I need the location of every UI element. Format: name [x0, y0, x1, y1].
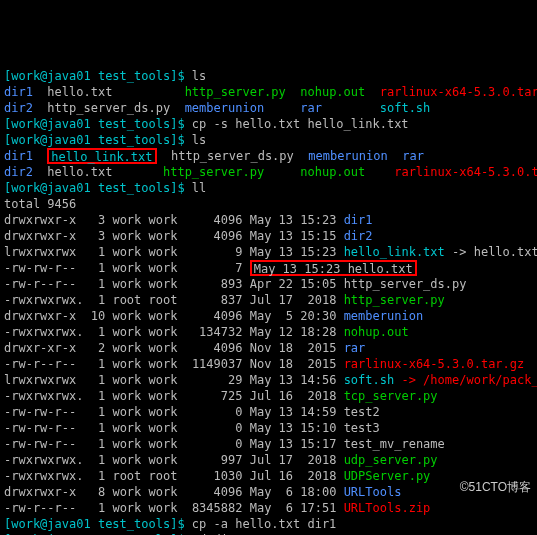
highlight-box: May 13 15:23 hello.txt [250, 260, 417, 276]
prompt-dir: test_tools]$ [98, 133, 192, 147]
prompt-dir: test_tools]$ [98, 181, 192, 195]
cmd: ls [192, 69, 206, 83]
terminal-output[interactable]: [work@java01 test_tools]$ ls dir1 hello.… [4, 68, 533, 535]
watermark: ©51CTO博客 [460, 479, 531, 495]
prompt-host: [work@java01 [4, 133, 98, 147]
cmd: cp -s hello.txt hello_link.txt [192, 117, 409, 131]
highlight-box: hello_link.txt [47, 148, 156, 164]
prompt-host: [work@java01 [4, 117, 98, 131]
prompt-dir: test_tools]$ [98, 517, 192, 531]
prompt-dir: test_tools]$ [98, 117, 192, 131]
cmd: cp -a hello.txt dir1 [192, 517, 337, 531]
cmd: ls [192, 133, 206, 147]
prompt-host: [work@java01 [4, 69, 98, 83]
prompt-host: [work@java01 [4, 517, 98, 531]
cmd: ll [192, 181, 206, 195]
prompt-dir: test_tools]$ [98, 69, 192, 83]
prompt-host: [work@java01 [4, 181, 98, 195]
